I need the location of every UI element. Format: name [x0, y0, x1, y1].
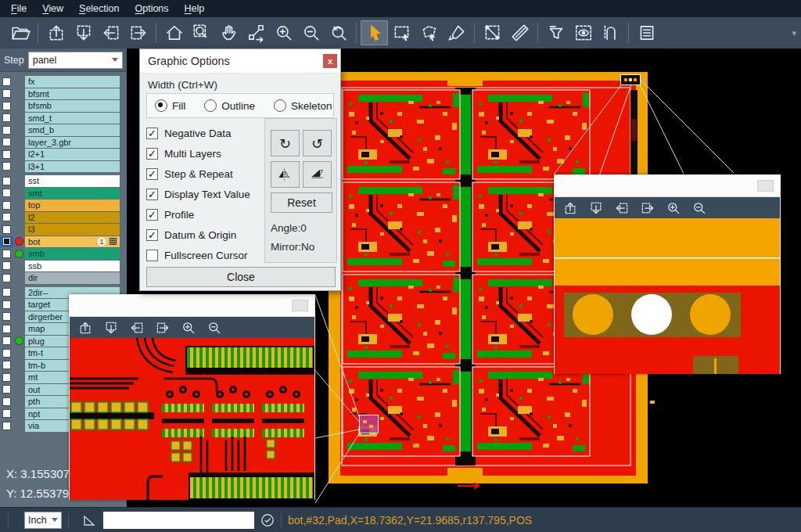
poly-select-icon[interactable] — [415, 20, 443, 45]
layer-checkbox-l2[interactable] — [0, 212, 13, 224]
layer-name-bar[interactable]: bfsmt — [25, 88, 120, 100]
magnifier-2-window-button[interactable] — [757, 180, 774, 192]
zoom-out-icon[interactable] — [207, 320, 222, 336]
layer-name-bar[interactable]: smb — [25, 248, 120, 260]
magnifier-window-1[interactable] — [69, 294, 315, 500]
layer-name-bar[interactable]: ssb — [25, 261, 120, 272]
layer-name-bar[interactable]: l2 — [25, 212, 120, 224]
layer-row-l3+1[interactable]: l3+1 — [0, 161, 127, 173]
layer-checkbox-tm-t[interactable] — [0, 347, 13, 359]
step-down-icon[interactable] — [103, 320, 119, 336]
zoom-reset-icon[interactable] — [325, 20, 352, 45]
refresh-icon[interactable] — [260, 513, 275, 527]
magnifier-2-titlebar[interactable] — [555, 175, 780, 197]
dialog-checkbox-profile[interactable]: ✓Profile — [146, 204, 250, 225]
snap-angle-icon[interactable] — [81, 513, 97, 527]
eye-region-icon[interactable] — [569, 20, 597, 45]
layer-row-bfsmb[interactable]: bfsmb — [0, 100, 127, 112]
dialog-checkbox-fullscreen-cursor[interactable]: Fullscreen Cursor — [146, 245, 250, 265]
layer-checkbox-l2+1[interactable] — [0, 149, 13, 160]
layer-checkbox-bfsmb[interactable] — [0, 100, 13, 112]
magnifier-1-view[interactable] — [70, 338, 314, 500]
layer-checkbox-sst[interactable] — [0, 175, 13, 187]
layer-checkbox-smt[interactable] — [0, 188, 13, 200]
layer-row-smt[interactable]: smt — [0, 188, 127, 200]
layer-checkbox-target[interactable] — [0, 299, 13, 311]
layer-name-bar[interactable]: sst — [25, 175, 120, 187]
home-icon[interactable] — [160, 20, 188, 45]
flip-h-icon[interactable] — [271, 161, 300, 188]
filter-icon[interactable] — [542, 20, 569, 45]
layer-name-bar[interactable]: smt — [25, 188, 120, 200]
layer-checkbox-smd_b[interactable] — [0, 124, 13, 136]
layer-checkbox-plug[interactable] — [0, 336, 13, 347]
layer-checkbox-smd_t[interactable] — [0, 113, 13, 124]
rect-select-icon[interactable] — [388, 20, 415, 45]
step-right-icon[interactable] — [640, 200, 656, 216]
magnifier-window-2[interactable] — [554, 174, 781, 374]
layer-name-bar[interactable]: dir — [25, 272, 120, 284]
step-left-icon[interactable] — [97, 20, 124, 45]
layer-name-bar[interactable]: bfsmb — [25, 100, 120, 112]
layer-row-l2+1[interactable]: l2+1 — [0, 149, 127, 160]
layer-checkbox-pth[interactable] — [0, 396, 13, 408]
close-button[interactable]: Close — [146, 267, 336, 287]
layer-name-bar[interactable]: l3+1 — [25, 161, 120, 173]
command-input[interactable] — [103, 512, 254, 529]
radio-fill[interactable]: Fill — [155, 99, 185, 112]
reset-button[interactable]: Reset — [271, 192, 332, 213]
layer-checkbox-dir[interactable] — [0, 272, 13, 284]
layer-row-smb[interactable]: smb — [0, 248, 127, 260]
step-down-icon[interactable] — [588, 200, 604, 216]
dialog-checkbox-multi-layers[interactable]: ✓Multi Layers — [146, 143, 250, 164]
menu-help[interactable]: Help — [177, 2, 213, 16]
layer-name-bar[interactable]: smd_b — [25, 124, 120, 136]
layer-row-fx[interactable]: fx — [0, 76, 127, 88]
layer-row-bfsmt[interactable]: bfsmt — [0, 88, 127, 100]
dialog-checkbox-negative-data[interactable]: ✓Negative Data — [146, 123, 250, 143]
ruler-icon[interactable] — [506, 20, 533, 45]
layer-checkbox-out[interactable] — [0, 384, 13, 396]
rotate-ccw-icon[interactable]: ↺ — [303, 130, 332, 156]
layer-name-bar[interactable]: bot1 — [25, 236, 120, 248]
layer-row-dir[interactable]: dir — [0, 272, 127, 284]
layer-checkbox-l3[interactable] — [0, 224, 13, 235]
zoom-in-icon[interactable] — [270, 20, 297, 45]
zoom-region-icon[interactable] — [188, 20, 215, 45]
layer-row-sst[interactable]: sst — [0, 175, 127, 187]
menu-file[interactable]: File — [3, 2, 34, 16]
layer-name-bar[interactable]: smd_t — [25, 113, 120, 124]
dialog-titlebar[interactable]: Graphic Options x — [140, 49, 340, 74]
menu-options[interactable]: Options — [127, 2, 176, 16]
snap-icon[interactable] — [597, 20, 624, 45]
step-right-icon[interactable] — [124, 20, 152, 45]
magnifier-1-window-button[interactable] — [292, 300, 308, 311]
pan-hand-icon[interactable] — [215, 20, 242, 45]
layer-checkbox-layer_3.gbr[interactable] — [0, 137, 13, 149]
layer-name-bar[interactable]: layer_3.gbr — [25, 137, 120, 149]
unit-select[interactable]: Inch — [24, 512, 62, 529]
layer-checkbox-2dir--[interactable] — [0, 287, 13, 299]
zoom-in-icon[interactable] — [181, 320, 196, 336]
step-select[interactable]: panel — [28, 52, 123, 69]
brush-icon[interactable] — [443, 20, 470, 45]
layer-row-ssb[interactable]: ssb — [0, 261, 127, 272]
dialog-checkbox-display-text-value[interactable]: ✓Display Text Value — [146, 184, 250, 204]
step-left-icon[interactable] — [614, 200, 630, 216]
layer-row-smd_t[interactable]: smd_t — [0, 113, 127, 124]
report-icon[interactable] — [633, 20, 660, 45]
layer-checkbox-mt[interactable] — [0, 372, 13, 383]
step-left-icon[interactable] — [129, 320, 145, 336]
layer-checkbox-smb[interactable] — [0, 248, 13, 260]
layer-checkbox-top[interactable] — [0, 200, 13, 211]
layer-checkbox-npt[interactable] — [0, 408, 13, 420]
close-icon[interactable]: x — [323, 54, 337, 68]
layer-row-bot[interactable]: bot1 — [0, 236, 127, 248]
radio-outline[interactable]: Outline — [204, 99, 255, 112]
layer-row-l3[interactable]: l3 — [0, 224, 127, 235]
layer-name-bar[interactable]: l2+1 — [25, 149, 120, 160]
layer-checkbox-fx[interactable] — [0, 76, 13, 88]
layer-row-layer_3.gbr[interactable]: layer_3.gbr — [0, 137, 127, 149]
layer-name-bar[interactable]: l3 — [25, 224, 120, 235]
magnifier-1-titlebar[interactable] — [70, 295, 314, 317]
